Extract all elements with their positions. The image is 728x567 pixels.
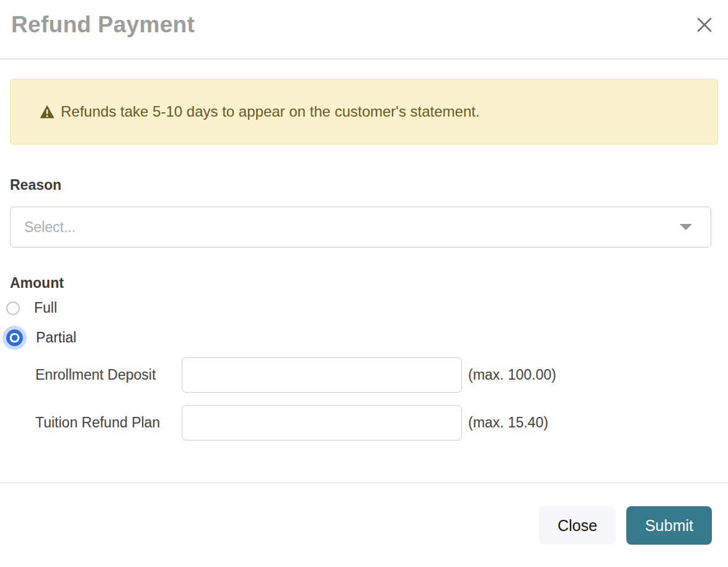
warning-banner: Refunds take 5-10 days to appear on the … bbox=[10, 79, 718, 145]
reason-select[interactable]: Select... bbox=[10, 207, 711, 248]
warning-text: Refunds take 5-10 days to appear on the … bbox=[61, 103, 480, 120]
amount-label: Amount bbox=[10, 275, 718, 292]
radio-partial-label: Partial bbox=[36, 329, 76, 346]
modal-footer: Close Submit bbox=[0, 482, 728, 545]
tuition-refund-plan-max-note: (max. 15.40) bbox=[468, 414, 548, 431]
tuition-refund-plan-input[interactable] bbox=[182, 405, 462, 440]
reason-select-placeholder: Select... bbox=[24, 219, 76, 236]
reason-label: Reason bbox=[10, 177, 718, 194]
submit-button[interactable]: Submit bbox=[626, 506, 712, 545]
radio-option-partial[interactable]: Partial bbox=[6, 329, 718, 346]
chevron-down-icon bbox=[680, 224, 692, 230]
close-footer-button[interactable]: Close bbox=[539, 506, 616, 545]
radio-option-full[interactable]: Full bbox=[6, 300, 718, 316]
close-button[interactable] bbox=[692, 12, 717, 37]
enrollment-deposit-input[interactable] bbox=[182, 357, 462, 393]
tuition-refund-plan-row: Tuition Refund Plan (max. 15.40) bbox=[35, 405, 718, 440]
enrollment-deposit-label: Enrollment Deposit bbox=[35, 367, 182, 383]
modal-title: Refund Payment bbox=[11, 10, 717, 40]
enrollment-deposit-max-note: (max. 100.00) bbox=[468, 367, 556, 383]
radio-unselected-icon[interactable] bbox=[6, 301, 20, 315]
tuition-refund-plan-label: Tuition Refund Plan bbox=[35, 414, 182, 431]
refund-payment-modal: Refund Payment Refunds take 5-10 days to… bbox=[0, 0, 728, 545]
modal-header: Refund Payment bbox=[0, 0, 728, 60]
warning-triangle-icon bbox=[40, 105, 55, 118]
close-icon bbox=[695, 16, 714, 34]
radio-full-label: Full bbox=[34, 300, 57, 316]
enrollment-deposit-row: Enrollment Deposit (max. 100.00) bbox=[35, 357, 718, 393]
radio-selected-icon[interactable] bbox=[6, 329, 23, 346]
modal-body: Refunds take 5-10 days to appear on the … bbox=[0, 79, 728, 440]
